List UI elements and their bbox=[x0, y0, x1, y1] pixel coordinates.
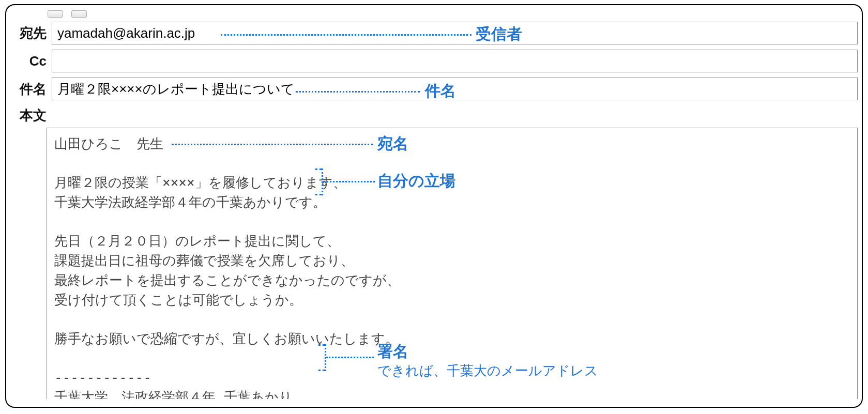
toolbar-button-1[interactable] bbox=[48, 10, 63, 18]
body-line: 千葉大学 法政経学部４年 千葉あかり bbox=[54, 388, 850, 399]
to-row: 宛先 bbox=[10, 22, 858, 44]
body-line bbox=[54, 310, 850, 329]
cc-row: Cc bbox=[10, 50, 858, 72]
mail-compose-panel: 宛先 Cc 件名 本文 山田ひろこ 先生 月曜２限の授業「××××」を履修してお… bbox=[5, 4, 863, 408]
toolbar-button-2[interactable] bbox=[71, 10, 87, 18]
annotation-address: 宛名 bbox=[377, 133, 408, 155]
body-textarea[interactable]: 山田ひろこ 先生 月曜２限の授業「××××」を履修しております、 千葉大学法政経… bbox=[47, 128, 858, 399]
annotation-line bbox=[221, 34, 471, 36]
to-input[interactable] bbox=[52, 22, 858, 44]
annotation-self: 自分の立場 bbox=[377, 171, 455, 192]
subject-label: 件名 bbox=[10, 80, 52, 98]
annotation-line bbox=[296, 91, 420, 93]
annotation-signature-sub: できれば、千葉大のメールアドレス bbox=[377, 362, 598, 380]
to-label: 宛先 bbox=[10, 24, 52, 42]
annotation-subject: 件名 bbox=[425, 81, 456, 102]
annotation-line bbox=[323, 181, 375, 182]
body-label: 本文 bbox=[20, 106, 858, 125]
body-line: 課題提出日に祖母の葬儀で授業を欠席しており、 bbox=[54, 251, 850, 271]
annotation-recipient: 受信者 bbox=[476, 24, 522, 45]
body-line bbox=[54, 212, 850, 232]
body-line: 先日（２月２０日）のレポート提出に関して、 bbox=[54, 232, 850, 251]
body-line: 最終レポートを提出することができなかったのですが、 bbox=[54, 271, 850, 290]
cc-input[interactable] bbox=[52, 50, 858, 72]
annotation-signature: 署名 bbox=[377, 341, 408, 362]
body-line: 勝手なお願いで恐縮ですが、宜しくお願いいたします。 bbox=[54, 329, 850, 349]
cc-label: Cc bbox=[10, 53, 52, 69]
annotation-line bbox=[326, 357, 374, 358]
body-line: 受け付けて頂くことは可能でしょうか。 bbox=[54, 290, 850, 310]
body-line: 千葉大学法政経学部４年の千葉あかりです。 bbox=[54, 193, 850, 212]
toolbar bbox=[48, 10, 858, 18]
annotation-line bbox=[172, 144, 373, 145]
